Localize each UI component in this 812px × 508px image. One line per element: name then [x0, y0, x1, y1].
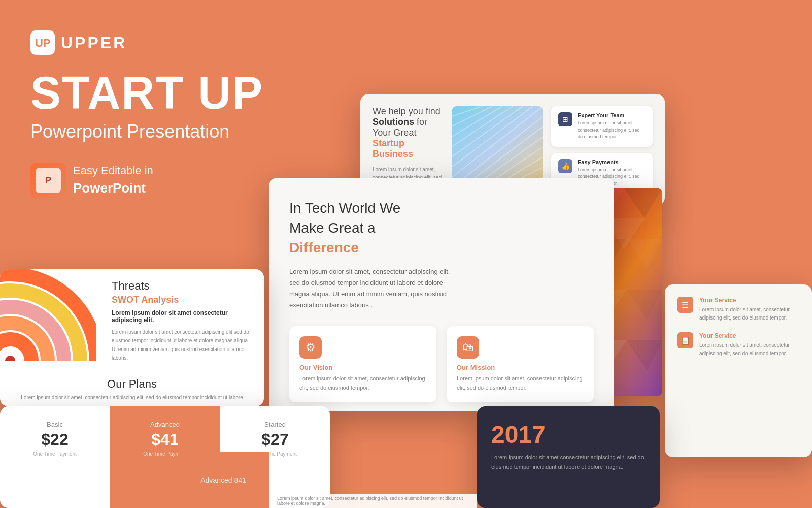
basic-price: $22 [41, 430, 68, 449]
service-item-1: ☰ Your Service Lorem ipsum dolor sit ame… [677, 297, 800, 322]
vision-mission-row: ⚙ Our Vision Lorem ipsum dolor sit amet,… [289, 326, 594, 402]
powerpoint-badge: P Easy Editable in PowerPoint [30, 163, 263, 198]
swot-plans-title: Our Plans [10, 377, 254, 391]
ppt-icon: P [30, 163, 66, 198]
started-price: $27 [261, 430, 288, 449]
service-icon-1: ☰ [677, 297, 693, 313]
advanced-price: $41 [151, 430, 178, 449]
vision-icon: ⚙ [299, 336, 322, 359]
feature-payments-title: Easy Payments [578, 159, 646, 165]
payments-icon: 👍 [558, 159, 572, 173]
bottom-caption-text: Lorem ipsum dolor sit amet, consectetur … [277, 496, 469, 506]
solutions-title: We help you find Solutions for Your Grea… [373, 106, 444, 160]
advanced-plan-label: Advanced [150, 421, 180, 428]
main-line2: Make Great a [289, 220, 376, 236]
service-title-1: Your Service [699, 297, 800, 304]
year-body: Lorem ipsum dolor sit amet consectetur a… [491, 453, 646, 471]
solutions-title-normal: We help you find [373, 106, 441, 116]
swot-heading: Threats [112, 279, 254, 293]
slide-main-body: Lorem ipsum dolor sit amet, consectetur … [289, 266, 462, 311]
team-icon: ⊞ [558, 112, 572, 126]
service-icon-2: 📋 [677, 332, 693, 348]
badge-line2: PowerPoint [73, 180, 146, 196]
service-body-2: Lorem ipsum dolor sit amet, consectetur … [699, 341, 800, 358]
slide-main: In Tech World We Make Great a Difference… [269, 178, 614, 411]
service-title-2: Your Service [699, 332, 800, 339]
swot-body: Lorem ipsum dolor sit amet consectetur a… [112, 328, 254, 362]
slide-year: 2017 Lorem ipsum dolor sit amet consecte… [477, 406, 660, 508]
main-highlight: Difference [289, 240, 359, 256]
mission-icon: 🛍 [457, 336, 479, 359]
logo-container: UP UPPER [30, 30, 263, 55]
main-line1: In Tech World We [289, 200, 400, 216]
main-title: START UP [30, 70, 263, 116]
swot-image-area [0, 269, 96, 361]
slide-services: ☰ Your Service Lorem ipsum dolor sit ame… [665, 284, 812, 457]
vision-card: ⚙ Our Vision Lorem ipsum dolor sit amet,… [289, 326, 436, 402]
vision-body: Lorem ipsum dolor sit amet, consectetur … [299, 374, 426, 392]
badge-line1: Easy Editable in [73, 164, 153, 177]
solutions-image [452, 106, 543, 187]
slide-pricing: Basic $22 One Time Payment Advanced $41 … [0, 406, 330, 508]
started-plan-label: Started [264, 421, 286, 428]
logo-text: UPPER [61, 34, 127, 52]
swot-bold: Lorem ipsum dolor sit amet consectetur a… [112, 309, 254, 324]
service-content-2: Your Service Lorem ipsum dolor sit amet,… [699, 332, 800, 358]
svg-point-43 [0, 339, 31, 361]
svg-text:UP: UP [35, 37, 51, 49]
year-number: 2017 [491, 421, 646, 449]
adv-plan-label: Advanced 841 [200, 476, 246, 484]
bottom-caption: Lorem ipsum dolor sit amet, consectetur … [269, 494, 477, 508]
vision-title: Our Vision [299, 364, 426, 371]
feature-expert-title: Expert Your Team [578, 112, 646, 118]
feature-expert-body: Lorem ipsum dolor sit amet, consectetur … [578, 120, 646, 141]
advanced-bottom-highlight: Advanced 841 [178, 452, 269, 508]
service-content-1: Your Service Lorem ipsum dolor sit amet,… [699, 297, 800, 322]
mission-card: 🛍 Our Mission Lorem ipsum dolor sit amet… [447, 326, 594, 402]
swot-subheading: SWOT Analysis [112, 295, 254, 305]
solutions-bold2: Startup Business [373, 138, 413, 159]
mission-title: Our Mission [457, 364, 584, 371]
logo-icon: UP [30, 30, 55, 55]
swot-plans-area: Our Plans Lorem ipsum dolor sit amet, co… [10, 372, 254, 402]
header-area: UP UPPER START UP Powerpoint Presentatio… [30, 30, 263, 198]
badge-text: Easy Editable in PowerPoint [73, 163, 153, 197]
diagonal-lines-svg [452, 106, 543, 187]
pricing-basic: Basic $22 One Time Payment [0, 406, 110, 508]
service-item-2: 📋 Your Service Lorem ipsum dolor sit ame… [677, 332, 800, 358]
slide-main-title: In Tech World We Make Great a Difference [289, 198, 594, 258]
slide-swot: Threats SWOT Analysis Lorem ipsum dolor … [0, 269, 264, 406]
subtitle: Powerpoint Presentation [30, 121, 263, 142]
basic-plan-label: Basic [47, 421, 63, 428]
feature-expert-team: ⊞ Expert Your Team Lorem ipsum dolor sit… [551, 106, 653, 147]
svg-point-44 [5, 356, 15, 361]
feature-expert-content: Expert Your Team Lorem ipsum dolor sit a… [578, 112, 646, 141]
service-body-1: Lorem ipsum dolor sit amet, consectetur … [699, 306, 800, 322]
ppt-icon-inner: P [36, 168, 61, 193]
swot-content: Threats SWOT Analysis Lorem ipsum dolor … [112, 279, 254, 362]
solutions-bold1: Solutions [373, 117, 414, 127]
swot-arc-svg [0, 269, 96, 361]
basic-label: One Time Payment [33, 451, 77, 457]
mission-body: Lorem ipsum dolor sit amet, consectetur … [457, 374, 584, 392]
swot-plans-body: Lorem ipsum dolor sit amet, consectetur … [10, 394, 254, 402]
